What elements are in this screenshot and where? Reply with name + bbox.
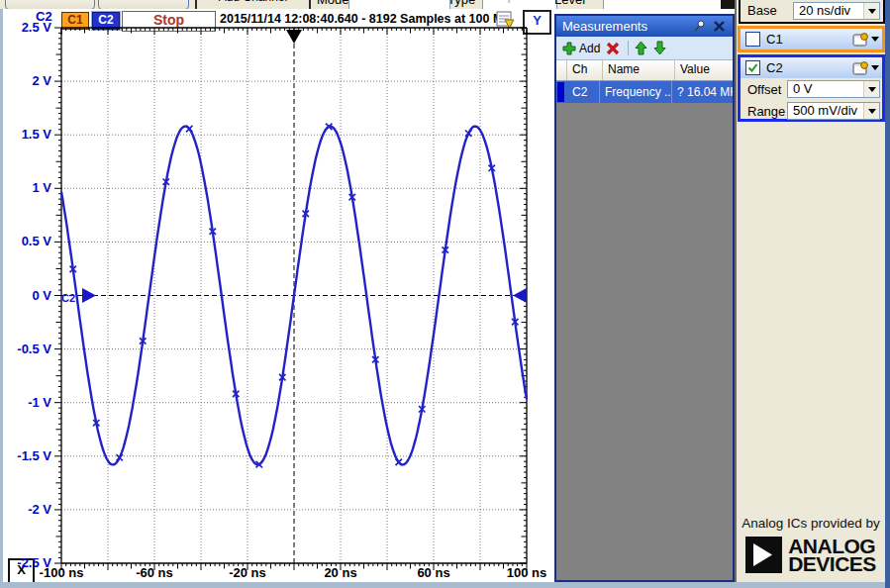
c2-label: C2 [766, 60, 783, 75]
branding-block: Analog ICs provided by ANALOG DEVICES [737, 516, 885, 573]
analog-devices-wordmark: ANALOG DEVICES [788, 538, 876, 573]
base-label: Base [747, 3, 777, 18]
c2-section: C2 Offset 0 V Range 500 mV/div [738, 54, 885, 122]
move-down-button[interactable] [653, 41, 666, 55]
y-axis-tick-label: -2 V [2, 502, 51, 518]
analog-devices-logo-icon [745, 537, 782, 573]
y-axis-tick-label: -1.5 V [2, 448, 51, 464]
add-measurement-button[interactable]: Add [562, 42, 600, 55]
y-axis-tick-label: -1 V [2, 395, 51, 411]
mode-select[interactable] [348, 0, 450, 9]
c2-offset-marker-label[interactable]: C2 [61, 292, 75, 304]
right-edge-strip[interactable] [885, 0, 890, 588]
pin-icon[interactable] [692, 19, 707, 34]
timebase-section: Base 20 ns/div [739, 0, 885, 24]
c2-checkbox[interactable] [745, 60, 760, 75]
toolbar-separator [628, 41, 629, 55]
arrow-up-icon [635, 41, 647, 55]
delete-measurement-button[interactable] [606, 42, 620, 55]
top-toolbar-strip: Add Channel Mode Type Simple Level [0, 0, 735, 9]
type-label: Type [447, 0, 475, 7]
move-up-button[interactable] [635, 41, 647, 55]
close-icon[interactable] [712, 19, 727, 34]
x-axis-tick-label: -20 ns [218, 565, 277, 580]
measurements-panel: Measurements Add [554, 14, 735, 582]
top-button-2[interactable] [98, 0, 189, 9]
add-channel-button[interactable]: Add Channel [195, 0, 311, 9]
level-input[interactable] [603, 0, 726, 9]
column-header-name[interactable]: Name [603, 60, 675, 80]
measurement-row[interactable]: C2 Frequency ... ? 16.04 MHz [556, 81, 733, 103]
c2-offset-marker[interactable] [82, 288, 96, 303]
x-axis-tick-label: 100 ns [497, 565, 556, 580]
measurements-toolbar: Add [556, 37, 733, 60]
y-axis-tick-label: 2.5 V [2, 20, 51, 36]
level-label: Level [554, 0, 585, 7]
c2-waveform-trace [61, 127, 527, 465]
x-axis-tick-label: -60 ns [125, 565, 184, 580]
y-axis-tick-label: -0.5 V [2, 342, 51, 357]
type-select[interactable]: Simple [482, 0, 557, 9]
column-header-value[interactable]: Value [675, 60, 733, 80]
base-select[interactable]: 20 ns/div [793, 2, 880, 20]
c1-checkbox[interactable] [745, 32, 760, 47]
check-icon [746, 61, 759, 74]
c2-header[interactable]: C2 [741, 57, 882, 78]
range-label: Range [747, 104, 785, 119]
measurement-cell-ch: C2 [567, 81, 600, 103]
y-axis-tick-label: 0 V [2, 288, 51, 304]
measurements-title: Measurements [562, 19, 647, 34]
measurement-cell-value: ? 16.04 MHz [672, 81, 733, 103]
y-axis-tick-label: 2 V [2, 73, 51, 89]
dropdown-arrow-icon[interactable] [863, 3, 879, 19]
y-axis-tick-label: 1.5 V [2, 127, 51, 143]
measurement-cell-name: Frequency ... [600, 81, 672, 103]
c1-section: C1 [738, 26, 885, 52]
row-color-indicator [557, 82, 564, 102]
waveform-plot[interactable] [40, 20, 540, 582]
c1-properties-icon[interactable] [852, 33, 869, 47]
dropdown-arrow-icon[interactable] [863, 81, 879, 97]
c1-header[interactable]: C1 [741, 29, 882, 49]
provided-by-text: Analog ICs provided by [737, 516, 885, 531]
offset-select[interactable]: 0 V [787, 80, 880, 98]
x-axis-tick-label: 20 ns [311, 565, 370, 580]
c1-dropdown-arrow-icon[interactable] [871, 37, 879, 42]
column-header-blank [556, 60, 567, 80]
range-select[interactable]: 500 mV/div [787, 102, 880, 120]
y-axis-tick-label: 1 V [2, 180, 51, 196]
toolbar-gap [721, 0, 735, 9]
x-axis-tick-label: 60 ns [404, 565, 463, 580]
x-axis-tick-label: -100 ns [32, 565, 91, 580]
red-x-icon [606, 42, 620, 55]
column-header-ch[interactable]: Ch [567, 60, 603, 80]
trigger-position-marker[interactable] [286, 30, 302, 44]
c2-dropdown-arrow-icon[interactable] [871, 65, 879, 70]
c2-properties-icon[interactable] [852, 61, 869, 75]
arrow-down-icon [653, 41, 666, 55]
y-axis-tick-label: 0.5 V [2, 234, 51, 249]
top-button-1[interactable] [5, 0, 95, 9]
dropdown-arrow-icon[interactable] [863, 103, 879, 119]
offset-label: Offset [747, 82, 781, 97]
mode-label: Mode [317, 0, 349, 7]
measurements-table-header: Ch Name Value [556, 60, 733, 81]
plus-icon [562, 42, 576, 55]
c1-label: C1 [766, 32, 783, 47]
trigger-level-marker[interactable] [513, 288, 527, 303]
measurements-titlebar[interactable]: Measurements [556, 16, 733, 37]
bottom-strip [0, 582, 890, 588]
